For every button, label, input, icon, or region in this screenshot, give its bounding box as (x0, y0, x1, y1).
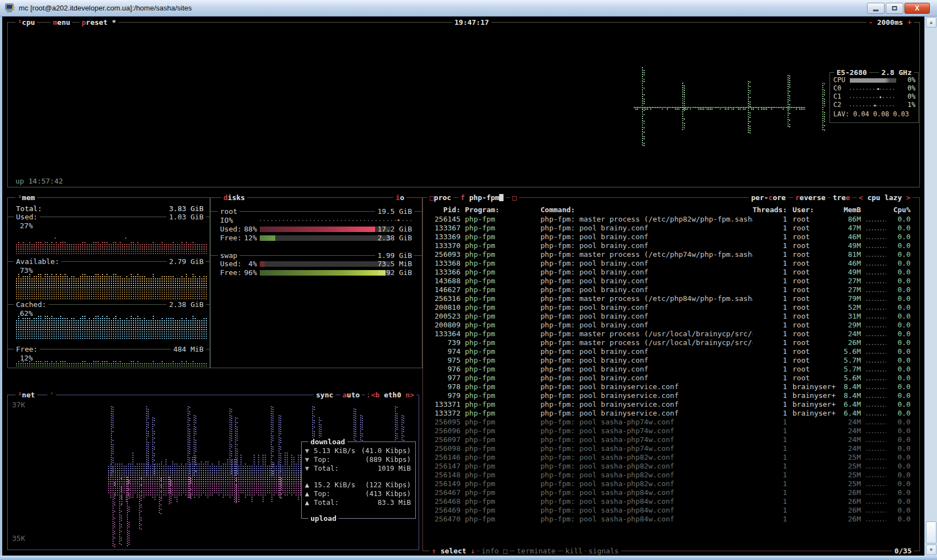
terminal-scrollbar[interactable]: ▲ ▼ (924, 17, 937, 556)
proc-row[interactable]: 256098php-fpmphp-fpm: pool sasha-php74w.… (423, 444, 919, 453)
proc-row[interactable]: 200809php-fpmphp-fpm: pool brainy.conf1r… (423, 321, 919, 330)
scrollbar-down-icon[interactable]: ▼ (926, 545, 936, 555)
terminate-button[interactable]: terminate (515, 547, 558, 555)
preset-button[interactable]: preset * (79, 18, 119, 26)
proc-row[interactable]: 979php-fpmphp-fpm: pool brainyservice.co… (423, 391, 919, 400)
proc-row[interactable]: 200810php-fpmphp-fpm: pool brainy.conf1r… (423, 303, 919, 312)
proc-row[interactable]: 143688php-fpmphp-fpm: pool brainy.conf1r… (423, 277, 919, 286)
proc-cell-cpu: 0.0 (883, 303, 911, 312)
upload-arrow-icon: ▲ (305, 489, 309, 498)
proc-row[interactable]: 133371php-fpmphp-fpm: pool brainyservice… (423, 400, 919, 409)
proc-search-clear-button[interactable]: □ (510, 193, 519, 202)
proc-row[interactable]: 256093php-fpmphp-fpm: master process (/e… (423, 250, 919, 259)
proc-row[interactable]: 256316php-fpmphp-fpm: master process (/e… (423, 294, 919, 303)
io-mode-tab[interactable]: io (393, 193, 406, 202)
interval-decrease[interactable]: - (869, 18, 873, 26)
scrollbar-up-icon[interactable]: ▲ (926, 17, 936, 28)
col-user[interactable]: User: (793, 206, 814, 214)
proc-row[interactable]: 256147php-fpmphp-fpm: pool sasha-php82w.… (423, 462, 919, 471)
proc-row[interactable]: 133367php-fpmphp-fpm: pool brainy.conf1r… (423, 224, 919, 233)
proc-cell-cpu: 0.0 (883, 462, 911, 471)
col-memb[interactable]: MemB (828, 206, 861, 214)
mem-panel-tab[interactable]: ²mem (15, 193, 37, 202)
proc-row[interactable]: 133369php-fpmphp-fpm: pool brainy.conf1r… (423, 233, 919, 241)
proc-cell-threads: 1 (752, 497, 787, 506)
proc-row[interactable]: 256470php-fpmphp-fpm: pool sasha-php84w.… (423, 515, 919, 524)
core1-pct: 0% (899, 93, 915, 101)
proc-cell-threads: 1 (752, 286, 787, 294)
proc-panel-tab[interactable]: □proc (427, 193, 453, 202)
interval-increase[interactable]: + (907, 18, 912, 26)
col-threads[interactable]: Threads: (752, 206, 787, 214)
maximize-button[interactable] (886, 3, 903, 14)
minimize-button[interactable] (867, 3, 885, 14)
proc-row[interactable]: 977php-fpmphp-fpm: pool brainy.conf1root… (423, 374, 919, 383)
net-panel-tab[interactable]: ³net (15, 391, 37, 399)
sort-next-icon[interactable]: > (906, 193, 911, 202)
info-button[interactable]: info □ (479, 547, 510, 555)
disk-root-free-value: 2.38 GiB (377, 234, 412, 243)
proc-cell-command: php-fpm: pool sasha-php84w.conf (540, 497, 753, 506)
proc-row[interactable]: 256149php-fpmphp-fpm: pool sasha-php82w.… (423, 480, 919, 488)
kill-button[interactable]: kill (563, 547, 585, 555)
proc-row[interactable]: 133368php-fpmphp-fpm: pool brainy.conf1r… (423, 259, 919, 268)
proc-row[interactable]: 133372php-fpmphp-fpm: pool brainyservice… (423, 409, 919, 418)
proc-row[interactable]: 256469php-fpmphp-fpm: pool sasha-php84w.… (423, 506, 919, 515)
tree-toggle[interactable]: tree (831, 193, 852, 202)
proc-search-field[interactable]: f php-fpm (458, 193, 506, 202)
col-command[interactable]: Command: (540, 206, 575, 214)
net-sync-toggle[interactable]: sync (314, 391, 335, 399)
proc-row[interactable]: 256467php-fpmphp-fpm: pool sasha-php84w.… (423, 488, 919, 497)
proc-row[interactable]: 256146php-fpmphp-fpm: pool sasha-php82w.… (423, 453, 919, 462)
col-cpu[interactable]: Cpu% (883, 206, 911, 214)
proc-row[interactable]: 976php-fpmphp-fpm: pool brainy.conf1root… (423, 365, 919, 374)
net-tick-button[interactable]: ' (47, 391, 56, 399)
proc-cpu-minigraph (866, 494, 886, 495)
proc-row[interactable]: 146627php-fpmphp-fpm: pool brainy.conf1r… (423, 286, 919, 294)
proc-cell-cpu: 0.0 (883, 418, 911, 427)
proc-cell-threads: 1 (752, 365, 787, 374)
col-program[interactable]: Program: (465, 206, 500, 214)
sort-column-switcher[interactable]: < cpu lazy > (856, 193, 913, 202)
proc-row[interactable]: 256145php-fpmphp-fpm: master process (/e… (423, 215, 919, 224)
proc-row[interactable]: 133370php-fpmphp-fpm: pool brainy.conf1r… (423, 241, 919, 250)
proc-row[interactable]: 974php-fpmphp-fpm: pool brainy.conf1root… (423, 347, 919, 356)
select-buttons[interactable]: ↑ select ↓ (430, 547, 477, 555)
proc-cell-cpu: 0.0 (883, 321, 911, 330)
col-pid[interactable]: Pid: (427, 206, 461, 214)
net-interface-switcher[interactable]: <b eth0 n> (369, 391, 416, 399)
proc-row[interactable]: 256097php-fpmphp-fpm: pool sasha-php74w.… (423, 435, 919, 444)
proc-row[interactable]: 256148php-fpmphp-fpm: pool sasha-php82w.… (423, 471, 919, 480)
menu-button[interactable]: menu (51, 18, 72, 26)
per-core-toggle[interactable]: per-core (749, 193, 788, 202)
sort-prev-icon[interactable]: < (859, 193, 863, 202)
proc-cell-program: php-fpm (465, 515, 537, 524)
close-button[interactable]: X (904, 3, 930, 14)
proc-cell-cpu: 0.0 (883, 286, 911, 294)
load-average: LAV: 0.04 0.08 0.03 (833, 110, 909, 119)
proc-row[interactable]: 256468php-fpmphp-fpm: pool sasha-php84w.… (423, 497, 919, 506)
proc-row[interactable]: 133366php-fpmphp-fpm: pool brainy.conf1r… (423, 268, 919, 277)
proc-row[interactable]: 133364php-fpmphp-fpm: master process (/u… (423, 330, 919, 338)
proc-row[interactable]: 978php-fpmphp-fpm: pool brainyservice.co… (423, 383, 919, 391)
cpu-panel-tab[interactable]: ¹cpu (15, 18, 37, 26)
proc-row[interactable]: 256096php-fpmphp-fpm: pool sasha-php74w.… (423, 427, 919, 435)
proc-cell-program: php-fpm (465, 383, 537, 391)
proc-row[interactable]: 256095php-fpmphp-fpm: pool sasha-php74w.… (423, 418, 919, 427)
proc-row[interactable]: 200523php-fpmphp-fpm: pool brainy.conf1r… (423, 312, 919, 321)
proc-cell-program: php-fpm (465, 391, 537, 400)
proc-cell-command: php-fpm: pool brainy.conf (540, 259, 753, 268)
proc-cell-threads: 1 (752, 515, 787, 524)
proc-cell-memb: 6.4M (828, 400, 861, 409)
disks-panel-tab[interactable]: disks (221, 193, 247, 202)
signals-button[interactable]: signals (586, 547, 621, 555)
net-auto-toggle[interactable]: auto (340, 391, 362, 399)
window-titlebar[interactable]: mc [root@a202.itdeveloper.com.ua]:/home/… (0, 0, 937, 17)
mem-used-label: Used: (14, 213, 40, 222)
scrollbar-thumb[interactable] (926, 521, 936, 543)
proc-row[interactable]: 975php-fpmphp-fpm: pool brainy.conf1root… (423, 356, 919, 365)
reverse-toggle[interactable]: reverse (793, 193, 828, 202)
proc-row[interactable]: 739php-fpmphp-fpm: master process (/usr/… (423, 338, 919, 347)
proc-cell-pid: 975 (427, 356, 461, 365)
proc-cell-program: php-fpm (465, 268, 537, 277)
